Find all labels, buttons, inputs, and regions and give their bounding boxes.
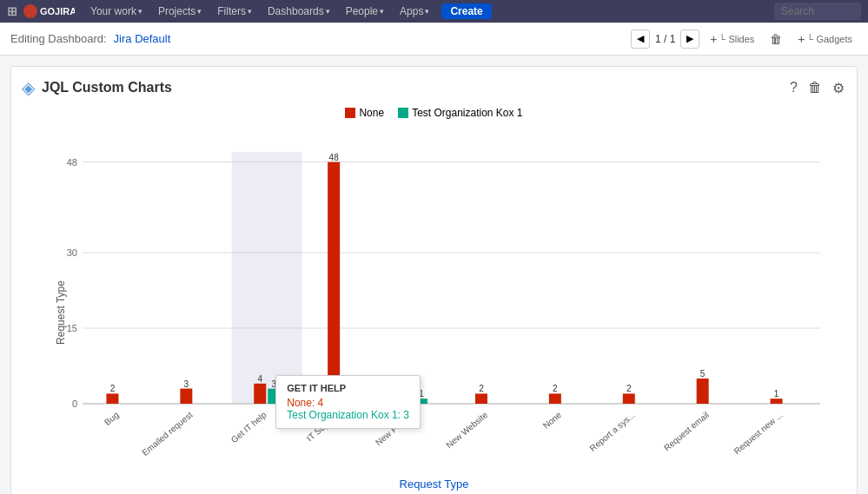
editing-label: Editing Dashboard: <box>10 32 107 45</box>
slides-label: └ Slides <box>719 34 755 44</box>
svg-text:None: None <box>541 410 564 431</box>
gadgets-label: └ Gadgets <box>807 34 852 44</box>
svg-text:New Website: New Website <box>444 410 489 450</box>
svg-rect-16 <box>254 384 266 404</box>
filters-nav[interactable]: Filters ▾ <box>210 0 259 23</box>
svg-rect-30 <box>549 393 561 404</box>
svg-text:Report a sys...: Report a sys... <box>588 410 637 453</box>
logo[interactable]: ⊞ <box>7 3 75 19</box>
chart-header-actions: ? 🗑 ⚙ <box>788 78 846 98</box>
chevron-down-icon: ▾ <box>425 7 429 16</box>
grid-icon: ⊞ <box>7 4 17 18</box>
chart-svg: 01530482Bug3Emailed request43Get IT help… <box>74 135 829 430</box>
chart-title-icon: ◈ <box>22 77 35 98</box>
chevron-down-icon: ▾ <box>380 7 384 16</box>
svg-text:Emailed request: Emailed request <box>140 410 195 458</box>
dashboards-nav[interactable]: Dashboards ▾ <box>261 0 337 23</box>
svg-rect-21 <box>328 162 340 404</box>
svg-rect-27 <box>475 393 487 404</box>
tooltip-none: None: 4 <box>287 397 409 409</box>
legend-org: Test Organization Kox 1 <box>398 107 522 119</box>
svg-text:Request email: Request email <box>662 410 711 453</box>
svg-text:48: 48 <box>329 153 340 162</box>
svg-text:1: 1 <box>774 389 779 398</box>
add-gadgets-control[interactable]: + └ Gadgets <box>792 30 858 48</box>
chevron-down-icon: ▾ <box>326 7 330 16</box>
search-input[interactable] <box>774 3 861 20</box>
svg-text:2: 2 <box>553 384 558 393</box>
svg-text:5: 5 <box>700 369 706 379</box>
svg-text:Get IT help: Get IT help <box>229 410 268 445</box>
delete-button[interactable]: 🗑 <box>806 78 824 97</box>
legend-none-dot <box>345 108 355 118</box>
svg-text:2: 2 <box>479 384 484 393</box>
x-axis-label: Request Type <box>400 478 469 491</box>
svg-rect-9 <box>106 393 118 404</box>
svg-text:2: 2 <box>626 384 632 393</box>
legend-none-label: None <box>359 107 384 119</box>
people-nav[interactable]: People ▾ <box>339 0 391 23</box>
svg-text:2: 2 <box>110 384 116 393</box>
chart-header: ◈ JQL Custom Charts ? 🗑 ⚙ <box>22 77 846 98</box>
help-button[interactable]: ? <box>788 78 799 97</box>
next-page-button[interactable]: ▶ <box>680 30 699 49</box>
page-info: 1 / 1 <box>655 33 675 45</box>
svg-text:30: 30 <box>67 247 77 258</box>
svg-text:0: 0 <box>72 398 77 409</box>
chart-tooltip: GET IT HELP None: 4 Test Organization Ko… <box>275 375 421 429</box>
your-work-nav[interactable]: Your work ▾ <box>83 0 149 23</box>
trash-icon: 🗑 <box>770 32 782 46</box>
chart-title: JQL Custom Charts <box>42 80 781 96</box>
prev-page-button[interactable]: ◀ <box>631 30 650 49</box>
svg-rect-12 <box>180 389 192 404</box>
add-slides-control[interactable]: + └ Slides <box>705 30 759 48</box>
logo-image <box>23 3 75 19</box>
projects-nav[interactable]: Projects ▾ <box>151 0 209 23</box>
chart-card: ◈ JQL Custom Charts ? 🗑 ⚙ None Test Orga… <box>10 66 858 494</box>
svg-rect-39 <box>771 398 783 404</box>
nav-controls: ◀ 1 / 1 ▶ + └ Slides 🗑 + └ Gadgets <box>631 30 858 49</box>
svg-text:Request new ...: Request new ... <box>732 410 785 456</box>
svg-rect-15 <box>232 152 302 404</box>
editing-bar: Editing Dashboard: Jira Default ◀ 1 / 1 … <box>0 23 868 56</box>
apps-nav[interactable]: Apps ▾ <box>393 0 436 23</box>
chart-legend: None Test Organization Kox 1 <box>22 107 846 119</box>
svg-text:48: 48 <box>67 157 77 168</box>
svg-rect-33 <box>623 393 635 404</box>
main-content: ◈ JQL Custom Charts ? 🗑 ⚙ None Test Orga… <box>0 56 868 494</box>
svg-text:4: 4 <box>257 374 262 384</box>
y-axis-label: Request Type <box>55 280 67 345</box>
legend-none: None <box>345 107 384 119</box>
delete-control[interactable]: 🗑 <box>765 30 787 48</box>
chevron-down-icon: ▾ <box>248 7 252 16</box>
plus-icon: + <box>710 32 717 46</box>
tooltip-org: Test Organization Kox 1: 3 <box>287 409 409 421</box>
svg-text:15: 15 <box>67 323 77 333</box>
svg-rect-36 <box>697 379 709 404</box>
create-button[interactable]: Create <box>441 3 491 19</box>
legend-org-label: Test Organization Kox 1 <box>412 107 522 119</box>
svg-text:Bug: Bug <box>103 410 121 427</box>
top-navigation: ⊞ Your work ▾ Projects ▾ Filters ▾ Dashb… <box>0 0 868 23</box>
svg-text:3: 3 <box>184 379 189 389</box>
legend-org-dot <box>398 108 408 118</box>
settings-button[interactable]: ⚙ <box>831 78 846 98</box>
plus-icon: + <box>798 32 805 46</box>
dashboard-name[interactable]: Jira Default <box>114 32 171 45</box>
tooltip-title: GET IT HELP <box>287 383 409 393</box>
chevron-down-icon: ▾ <box>138 7 142 16</box>
chevron-down-icon: ▾ <box>197 7 202 16</box>
